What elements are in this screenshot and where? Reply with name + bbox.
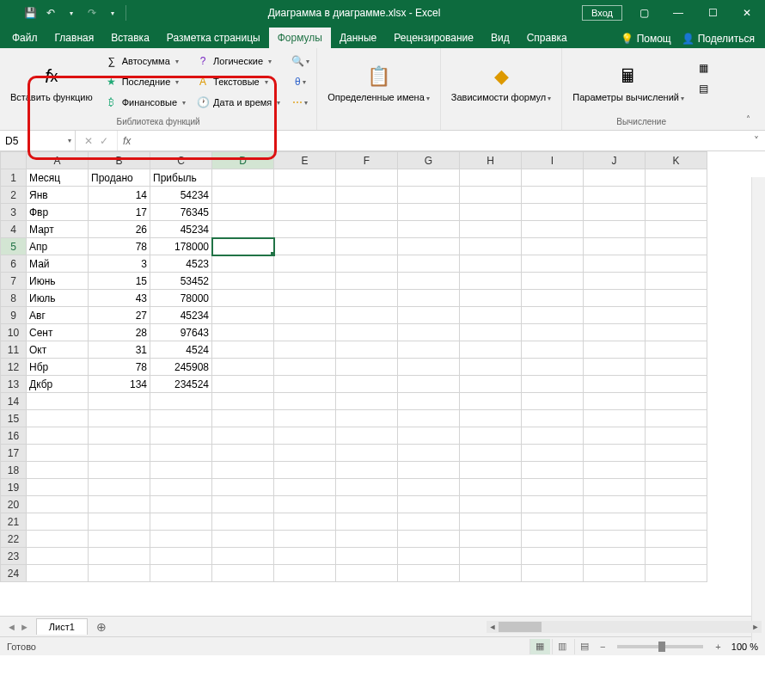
cell[interactable] — [522, 359, 584, 376]
row-header[interactable]: 21 — [1, 513, 27, 531]
cell[interactable] — [522, 427, 584, 445]
redo-icon[interactable]: ↷ — [84, 5, 100, 21]
cell[interactable] — [584, 290, 646, 307]
cell[interactable]: 45234 — [150, 221, 212, 238]
cell[interactable] — [398, 496, 460, 513]
cell[interactable] — [522, 341, 584, 359]
cell[interactable]: 31 — [89, 341, 150, 359]
cell[interactable] — [212, 221, 274, 238]
tab-данные[interactable]: Данные — [331, 28, 385, 48]
column-header[interactable]: I — [522, 152, 584, 169]
insert-function-button[interactable]: fx Вставить функцию — [5, 52, 98, 115]
cell[interactable] — [522, 255, 584, 273]
cell[interactable] — [584, 565, 646, 582]
cell[interactable]: 26 — [89, 221, 150, 238]
cell[interactable] — [212, 359, 274, 376]
cell[interactable] — [460, 462, 522, 479]
cell[interactable] — [274, 273, 336, 290]
cell[interactable] — [150, 531, 212, 548]
cell[interactable]: Авг — [27, 307, 89, 324]
cell[interactable] — [150, 496, 212, 513]
cell[interactable] — [212, 531, 274, 548]
cell[interactable] — [336, 221, 398, 238]
cell[interactable] — [212, 427, 274, 445]
cell[interactable] — [274, 445, 336, 462]
name-box[interactable]: D5 ▾ — [0, 131, 76, 150]
cell[interactable] — [646, 255, 707, 273]
cell[interactable] — [274, 479, 336, 496]
cell[interactable] — [336, 410, 398, 427]
column-header[interactable]: K — [646, 152, 707, 169]
cell[interactable] — [522, 169, 584, 187]
cell[interactable] — [398, 359, 460, 376]
row-header[interactable]: 5 — [1, 238, 27, 255]
cell[interactable] — [150, 565, 212, 582]
cell[interactable] — [584, 513, 646, 531]
calc-options-button[interactable]: 🖩 Параметры вычислений▾ — [567, 52, 689, 115]
cell[interactable] — [274, 548, 336, 565]
cell[interactable] — [398, 187, 460, 204]
cell[interactable] — [646, 410, 707, 427]
cell[interactable] — [398, 565, 460, 582]
zoom-out-button[interactable]: − — [597, 642, 609, 652]
tab-разметка страницы[interactable]: Разметка страницы — [158, 28, 269, 48]
cell[interactable] — [398, 410, 460, 427]
cell[interactable]: Сент — [27, 324, 89, 341]
cell[interactable] — [150, 393, 212, 410]
cell[interactable] — [336, 445, 398, 462]
cell[interactable] — [584, 204, 646, 221]
tab-вид[interactable]: Вид — [482, 28, 518, 48]
cell[interactable] — [522, 513, 584, 531]
save-icon[interactable]: 💾 — [22, 5, 38, 21]
scroll-right-icon[interactable]: ► — [750, 621, 762, 633]
cell[interactable] — [212, 548, 274, 565]
row-header[interactable]: 2 — [1, 187, 27, 204]
cell[interactable] — [398, 393, 460, 410]
cell[interactable] — [522, 445, 584, 462]
tab-формулы[interactable]: Формулы — [269, 28, 331, 48]
cell[interactable] — [522, 462, 584, 479]
undo-icon[interactable]: ↶ — [43, 5, 58, 21]
cell[interactable] — [212, 496, 274, 513]
cell[interactable] — [336, 238, 398, 255]
cell[interactable] — [89, 513, 150, 531]
cell[interactable] — [89, 445, 150, 462]
cell[interactable] — [646, 204, 707, 221]
cell[interactable] — [646, 427, 707, 445]
cell[interactable]: 43 — [89, 290, 150, 307]
datetime-button[interactable]: 🕐Дата и время▾ — [193, 93, 284, 112]
expand-formula-bar-icon[interactable]: ˅ — [748, 135, 765, 147]
tell-me-button[interactable]: 💡 Помощ — [621, 33, 671, 45]
cell[interactable] — [150, 548, 212, 565]
cell[interactable] — [460, 290, 522, 307]
cell[interactable] — [584, 169, 646, 187]
enter-formula-icon[interactable]: ✓ — [100, 135, 108, 147]
cell[interactable] — [274, 255, 336, 273]
cell[interactable] — [646, 445, 707, 462]
scroll-left-icon[interactable]: ◄ — [487, 621, 499, 633]
row-header[interactable]: 13 — [1, 376, 27, 393]
cell[interactable] — [274, 393, 336, 410]
cell[interactable]: Фвр — [27, 204, 89, 221]
cell[interactable] — [274, 513, 336, 531]
zoom-in-button[interactable]: + — [712, 642, 724, 652]
math-trig-button[interactable]: θ▾ — [289, 72, 311, 91]
column-header[interactable]: A — [27, 152, 89, 169]
cell[interactable] — [460, 341, 522, 359]
lookup-ref-button[interactable]: 🔍▾ — [289, 52, 311, 71]
cell[interactable] — [460, 169, 522, 187]
cell[interactable]: 17 — [89, 204, 150, 221]
recent-functions-button[interactable]: ★Последние▾ — [101, 72, 189, 91]
financial-button[interactable]: ₿Финансовые▾ — [101, 93, 189, 112]
row-header[interactable]: 10 — [1, 324, 27, 341]
cell[interactable] — [584, 359, 646, 376]
spreadsheet-grid[interactable]: ABCDEFGHIJK1МесяцПроданоПрибыль2Янв14542… — [0, 151, 707, 582]
qat-customize-icon[interactable]: ▾ — [105, 5, 120, 21]
cell[interactable] — [460, 187, 522, 204]
sheet-nav-prev-icon[interactable]: ◄ — [7, 622, 16, 632]
cell[interactable] — [336, 341, 398, 359]
cell[interactable]: 15 — [89, 273, 150, 290]
normal-view-icon[interactable]: ▦ — [529, 639, 550, 654]
cell[interactable]: 245908 — [150, 359, 212, 376]
cell[interactable] — [584, 221, 646, 238]
